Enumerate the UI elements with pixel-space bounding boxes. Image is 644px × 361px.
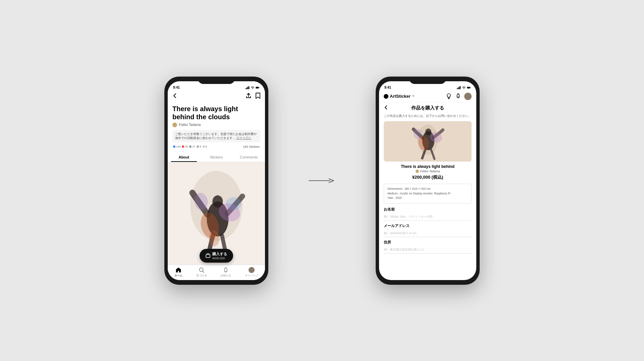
dimensions-text: Dimensions : W6 × D10 × H10 cm xyxy=(387,187,468,191)
wifi-icon-1 xyxy=(251,86,255,89)
dot-stats: 124 32 17 5 xyxy=(173,145,207,148)
logo-text: ArtSticker xyxy=(390,94,411,99)
svg-point-15 xyxy=(209,231,219,246)
tabs-row: About Stickers Comments xyxy=(168,152,265,162)
svg-rect-21 xyxy=(458,87,459,89)
tab-comments[interactable]: Comments xyxy=(232,152,265,162)
nav-mypage[interactable]: マイページ xyxy=(245,267,258,277)
form-email-label: メールアドレス xyxy=(384,223,472,228)
sticker-count: 183 Stickers xyxy=(243,145,260,148)
year-text: Year : 2020 xyxy=(387,196,468,200)
wifi-icon-2 xyxy=(462,86,466,89)
svg-point-14 xyxy=(226,197,242,210)
bag-icon xyxy=(206,253,210,258)
buy-button-label: 購入する xyxy=(212,252,227,257)
nav-home[interactable]: ホーム xyxy=(174,267,182,277)
stats-row: 124 32 17 5 xyxy=(172,145,260,148)
status-time-2: 9:41 xyxy=(384,86,391,89)
phone-2: 9:41 xyxy=(376,77,480,285)
arrow-icon xyxy=(309,177,335,184)
form-name-input[interactable]: 例）Sticker Taro、スティッカー太郎 xyxy=(384,213,472,221)
form-address-label: 住所 xyxy=(384,240,472,245)
phone1-header: There is always lightbehind the clouds F… xyxy=(168,102,265,152)
status-time-1: 9:41 xyxy=(173,86,180,89)
tab-stickers[interactable]: Stickers xyxy=(200,152,233,162)
artwork-preview-image xyxy=(384,121,472,162)
nav-mypage-label: マイページ xyxy=(245,274,258,277)
home-icon xyxy=(175,267,181,273)
svg-rect-20 xyxy=(457,88,458,89)
stat-blue: 124 xyxy=(173,145,180,148)
artist-name-2: Fokko Tadama xyxy=(420,170,440,173)
svg-point-34 xyxy=(414,129,422,139)
phone1-navigation xyxy=(168,91,265,102)
status-icons-1 xyxy=(246,86,260,89)
stat-count-3: 17 xyxy=(192,145,195,148)
svg-rect-0 xyxy=(246,88,246,89)
svg-rect-6 xyxy=(256,87,259,88)
search-icon xyxy=(199,267,205,273)
form-email-input[interactable]: 例）artsticker@t-c-m.art xyxy=(384,230,472,237)
mypage-avatar-nav xyxy=(249,267,255,273)
back-button-2[interactable] xyxy=(384,105,389,111)
bookmark-button[interactable] xyxy=(256,93,260,100)
scene: 9:41 xyxy=(0,0,644,361)
user-avatar[interactable] xyxy=(464,93,472,100)
svg-rect-16 xyxy=(206,255,210,258)
phone-2-screen: 9:41 xyxy=(379,81,476,280)
form-address-section: 住所 例）東京都渋谷区恵比寿1-1-1 xyxy=(384,240,472,254)
artwork-area-1: 購入する ¥200,000 xyxy=(168,162,265,280)
read-more-link[interactable]: 続きを読む xyxy=(236,136,252,140)
battery-icon-2 xyxy=(467,86,471,89)
form-address-input[interactable]: 例）東京都渋谷区恵比寿1-1-1 xyxy=(384,246,472,254)
signal-icon xyxy=(246,86,250,89)
artist-row-1: Fokko Tadama xyxy=(172,123,260,127)
svg-point-18 xyxy=(225,267,226,268)
form-email-section: メールアドレス 例）artsticker@t-c-m.art xyxy=(384,223,472,237)
buy-button[interactable]: 購入する ¥200,000 xyxy=(200,249,233,263)
artwork-title-2: There is always light behind xyxy=(384,164,472,169)
nav-notifications[interactable]: お知らせ xyxy=(220,267,231,277)
artwork-preview xyxy=(384,121,472,162)
purchase-scroll-area[interactable]: この作品を購入するためには、以下からお問い合わせください。 xyxy=(379,114,476,280)
svg-point-27 xyxy=(458,93,459,94)
nav-discover[interactable]: 見つける xyxy=(196,267,207,277)
buy-price: ¥200,000 xyxy=(212,257,227,260)
lightbulb-icon xyxy=(446,93,452,100)
battery-icon-1 xyxy=(256,86,260,89)
signal-icon-2 xyxy=(457,86,461,89)
svg-rect-3 xyxy=(249,86,249,89)
stat-gray2: 5 xyxy=(197,145,201,148)
purchase-nav: 作品を購入する xyxy=(379,102,476,114)
stat-count-2: 32 xyxy=(185,145,188,148)
bottom-nav: ホーム 見つける お知らせ xyxy=(168,265,265,280)
form-name-label: お名前 xyxy=(384,207,472,212)
svg-rect-1 xyxy=(247,87,247,89)
artwork-title-1: There is always lightbehind the clouds xyxy=(172,105,260,121)
artsticker-header: ArtSticker ™ xyxy=(379,91,476,102)
nav-home-label: ホーム xyxy=(174,274,182,277)
svg-rect-23 xyxy=(460,86,461,89)
stat-count-1: 124 xyxy=(176,145,180,148)
status-icons-2 xyxy=(457,86,471,89)
medium-text: Medium : Acrylic on Display monitor, Ras… xyxy=(387,191,468,196)
artist-dot-2 xyxy=(416,170,419,173)
notch-2 xyxy=(409,77,446,84)
stat-red: 32 xyxy=(182,145,188,148)
artsticker-logo: ArtSticker ™ xyxy=(384,94,414,99)
svg-rect-5 xyxy=(259,87,259,88)
artist-row-2: Fokko Tadama xyxy=(384,170,472,173)
purchase-page-title: 作品を購入する xyxy=(411,105,444,111)
notification-button[interactable] xyxy=(455,93,462,100)
stat-gray3: 5 xyxy=(203,145,207,148)
stat-count-4: 5 xyxy=(200,145,201,148)
artwork-price: ¥200,000 (税込) xyxy=(384,174,472,180)
back-button-1[interactable] xyxy=(172,93,178,100)
svg-rect-2 xyxy=(248,87,248,89)
description-box: ご覧いただき有難うございます。支援で得たお金は制作費や海外での活動資金に使わせて… xyxy=(172,130,260,142)
share-button[interactable] xyxy=(246,93,252,100)
svg-rect-25 xyxy=(470,87,471,88)
lightbulb-button[interactable] xyxy=(445,93,452,100)
tab-about[interactable]: About xyxy=(168,152,200,162)
svg-point-31 xyxy=(425,129,431,135)
